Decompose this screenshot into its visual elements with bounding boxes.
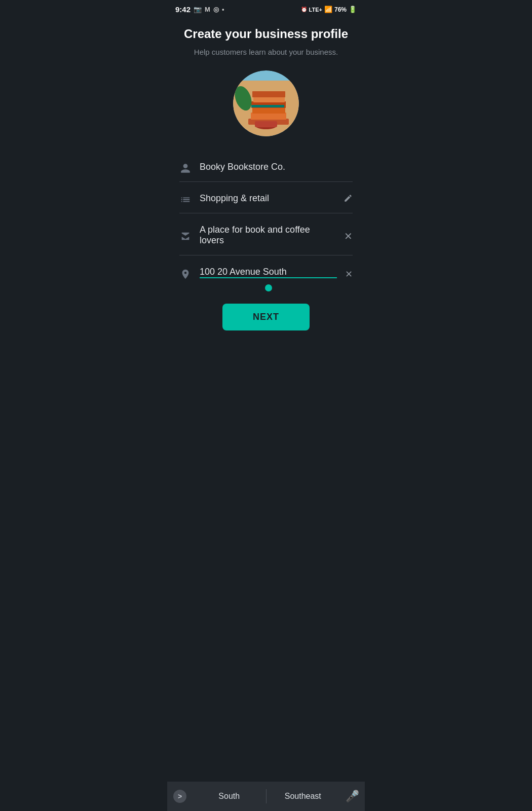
edit-category-button[interactable] [344,194,353,205]
svg-rect-11 [255,121,277,127]
page-subtitle: Help customers learn about your business… [179,48,353,56]
business-name-value[interactable]: Booky Bookstore Co. [200,162,353,174]
address-field-row[interactable]: 100 20 Avenue South ✕ [179,260,353,287]
category-icon [179,194,192,205]
next-button[interactable]: NEXT [222,304,310,330]
description-value[interactable]: A place for book and coffee lovers [200,225,336,248]
person-icon [179,163,192,174]
svg-rect-4 [251,113,286,120]
svg-rect-8 [252,91,285,97]
status-bar: 9:42 📷 M ◎ • ⏰ LTE+ 📶 76% 🔋 [167,0,365,16]
category-value[interactable]: Shopping & retail [200,193,335,206]
svg-rect-9 [251,105,284,107]
description-field[interactable]: A place for book and coffee lovers ✕ [179,217,353,255]
clear-description-button[interactable]: ✕ [344,230,353,242]
status-indicators: ⏰ LTE+ 📶 76% 🔋 [301,6,357,13]
status-time: 9:42 📷 M ◎ • [175,5,224,14]
avatar-container[interactable] [179,70,353,136]
address-value[interactable]: 100 20 Avenue South [200,267,337,277]
business-name-field[interactable]: Booky Bookstore Co. [179,155,353,182]
location-icon [179,267,192,280]
main-content: Create your business profile Help custom… [167,16,365,330]
cursor-dot [265,284,272,291]
page-title: Create your business profile [179,26,353,42]
avatar[interactable] [233,70,299,136]
next-button-container: NEXT [179,304,353,330]
clear-address-button[interactable]: ✕ [345,267,353,280]
store-icon [179,231,192,242]
category-field[interactable]: Shopping & retail [179,186,353,213]
address-underline [200,277,337,278]
address-input-area[interactable]: 100 20 Avenue South [200,267,337,287]
